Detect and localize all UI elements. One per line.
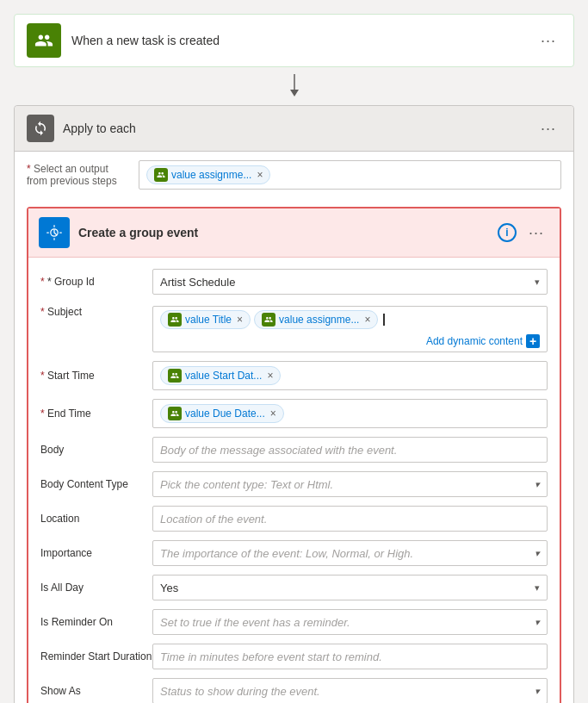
body-input[interactable]: Body of the message associated with the … — [152, 437, 548, 463]
reminder-start-duration-input[interactable]: Time in minutes before event start to re… — [152, 644, 548, 669]
importance-chevron: ▾ — [535, 548, 540, 559]
show-as-input[interactable]: Status to show during the event. ▾ — [152, 678, 548, 703]
start-time-token[interactable]: value Start Dat... × — [160, 366, 281, 385]
event-card-title: Create a group event — [78, 226, 498, 240]
apply-dots-button[interactable]: ··· — [535, 116, 561, 141]
end-time-token-remove[interactable]: × — [270, 407, 276, 420]
output-token[interactable]: value assignme... × — [146, 165, 270, 184]
importance-label: Importance — [40, 547, 152, 559]
is-reminder-on-chevron: ▾ — [535, 617, 540, 628]
select-output-label: * Select an outputfrom previous steps — [27, 163, 130, 187]
body-content-type-chevron: ▾ — [535, 479, 540, 490]
trigger-dots-button[interactable]: ··· — [535, 28, 561, 53]
cursor-bar — [383, 314, 385, 326]
event-form-body: * * Group Id Artist Schedule ▾ * Subject — [28, 258, 560, 703]
apply-to-each-block: Apply to each ··· * Select an outputfrom… — [14, 105, 574, 703]
body-content-type-row: Body Content Type Pick the content type:… — [28, 467, 560, 501]
start-time-label: * Start Time — [40, 370, 152, 382]
subject-token-2-text: value assignme... — [279, 314, 359, 326]
is-all-day-row: Is All Day Yes ▾ — [28, 570, 560, 605]
event-card-header: Create a group event i ··· — [28, 208, 560, 258]
info-button[interactable]: i — [498, 223, 517, 242]
importance-input[interactable]: The importance of the event: Low, Normal… — [152, 540, 548, 566]
apply-to-each-header: Apply to each ··· — [15, 106, 573, 152]
show-as-row: Show As Status to show during the event.… — [28, 674, 560, 703]
group-id-label: * * Group Id — [40, 276, 152, 288]
group-id-input[interactable]: Artist Schedule ▾ — [152, 269, 548, 295]
show-as-chevron: ▾ — [535, 686, 540, 697]
end-time-input[interactable]: value Due Date... × — [152, 399, 548, 428]
end-time-row: * End Time value Due Date... × — [28, 395, 560, 432]
apply-title: Apply to each — [63, 121, 535, 135]
is-reminder-on-row: Is Reminder On Set to true if the event … — [28, 605, 560, 639]
select-output-input[interactable]: value assignme... × — [139, 160, 561, 190]
body-content-type-label: Body Content Type — [40, 478, 152, 490]
start-time-token-icon — [168, 369, 182, 383]
subject-tokens-row: value Title × value assignme... × — [160, 310, 540, 329]
start-time-token-remove[interactable]: × — [267, 370, 273, 382]
task-icon — [34, 31, 53, 50]
location-input[interactable]: Location of the event. — [152, 506, 548, 532]
trigger-icon — [27, 23, 61, 58]
end-time-label: * End Time — [40, 407, 152, 420]
reminder-start-duration-label: Reminder Start Duration — [40, 650, 152, 663]
subject-input[interactable]: value Title × value assignme... × — [152, 306, 548, 352]
location-row: Location Location of the event. — [28, 501, 560, 536]
body-row: Body Body of the message associated with… — [28, 432, 560, 467]
apply-block-inner: * Select an outputfrom previous steps va… — [15, 152, 573, 703]
subject-token-2-icon — [262, 313, 275, 327]
trigger-block: When a new task is created ··· — [14, 14, 574, 67]
group-id-value: Artist Schedule — [160, 276, 235, 289]
subject-row: * Subject value Title × — [28, 299, 560, 357]
importance-row: Importance The importance of the event: … — [28, 536, 560, 570]
subject-token-2[interactable]: value assignme... × — [254, 310, 378, 329]
output-token-text: value assignme... — [171, 169, 251, 181]
show-as-label: Show As — [40, 685, 152, 697]
is-all-day-chevron: ▾ — [535, 582, 540, 594]
group-id-row: * * Group Id Artist Schedule ▾ — [28, 264, 560, 299]
trigger-title: When a new task is created — [71, 34, 535, 47]
subject-token-1-icon — [168, 313, 182, 327]
loop-icon — [33, 121, 48, 136]
reminder-start-duration-row: Reminder Start Duration Time in minutes … — [28, 639, 560, 674]
start-time-input[interactable]: value Start Dat... × — [152, 361, 548, 390]
arrow-connector — [14, 67, 574, 105]
end-time-token-icon — [168, 407, 182, 420]
dynamic-plus-icon[interactable]: + — [526, 334, 540, 348]
end-time-token[interactable]: value Due Date... × — [160, 404, 284, 423]
body-label: Body — [40, 444, 152, 456]
event-dots-button[interactable]: ··· — [523, 221, 549, 246]
token-icon — [154, 168, 168, 182]
add-dynamic-content-link[interactable]: Add dynamic content + — [160, 333, 540, 348]
is-reminder-on-input[interactable]: Set to true if the event has a reminder.… — [152, 609, 548, 635]
svg-marker-1 — [290, 90, 299, 96]
event-card-icon — [39, 217, 70, 248]
subject-token-2-remove[interactable]: × — [364, 314, 370, 326]
start-time-row: * Start Time value Start Dat... × — [28, 357, 560, 395]
body-content-type-input[interactable]: Pick the content type: Text or Html. ▾ — [152, 471, 548, 497]
event-card: Create a group event i ··· * * Group Id … — [27, 207, 561, 703]
apply-icon — [27, 115, 54, 142]
is-all-day-label: Is All Day — [40, 582, 152, 594]
is-reminder-on-label: Is Reminder On — [40, 616, 152, 628]
select-output-row: * Select an outputfrom previous steps va… — [15, 152, 573, 198]
subject-token-1-remove[interactable]: × — [237, 314, 243, 326]
calendar-icon — [46, 224, 63, 241]
output-token-remove[interactable]: × — [257, 169, 263, 181]
subject-token-1-text: value Title — [185, 314, 232, 326]
subject-label: * Subject — [40, 306, 152, 318]
is-all-day-input[interactable]: Yes ▾ — [152, 575, 548, 600]
group-id-chevron: ▾ — [535, 277, 540, 288]
location-label: Location — [40, 513, 152, 525]
subject-token-1[interactable]: value Title × — [160, 310, 251, 329]
